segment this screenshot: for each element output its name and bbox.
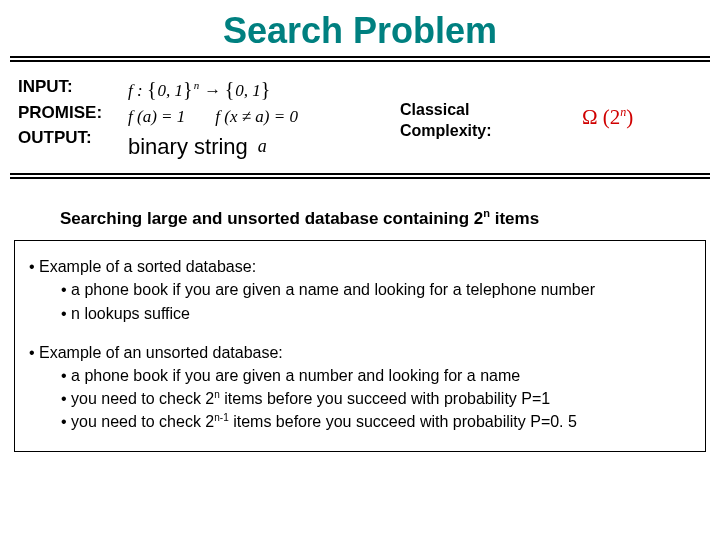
unsorted-section: • Example of an unsorted database: • a p… — [25, 341, 695, 434]
examples-box: • Example of a sorted database: • a phon… — [14, 240, 706, 452]
sorted-bullet-1: • a phone book if you are given a name a… — [61, 278, 695, 301]
promise-formula-1: f (a) = 1 — [128, 104, 185, 130]
unsorted-bullet-1: • a phone book if you are given a number… — [61, 364, 695, 387]
unsorted-bullet-2: • you need to check 2n items before you … — [61, 387, 695, 410]
promise-formula-2: f (x ≠ a) = 0 — [215, 104, 298, 130]
subtitle: Searching large and unsorted database co… — [60, 207, 720, 229]
slide-title: Search Problem — [0, 0, 720, 54]
sorted-bullet-2: • n lookups suffice — [61, 302, 695, 325]
sorted-section: • Example of a sorted database: • a phon… — [25, 255, 695, 325]
input-formula: f : {0, 1}n → {0, 1} — [128, 74, 271, 104]
promise-label: PROMISE: — [18, 100, 118, 126]
classical-complexity-label: Classical Complexity: — [400, 100, 492, 142]
unsorted-lead: • Example of an unsorted database: — [29, 341, 695, 364]
title-rule — [0, 56, 720, 62]
unsorted-bullet-3: • you need to check 2n-1 items before yo… — [61, 410, 695, 433]
input-label: INPUT: — [18, 74, 118, 100]
output-variable: a — [258, 133, 267, 160]
sorted-lead: • Example of a sorted database: — [29, 255, 695, 278]
output-label: OUTPUT: — [18, 125, 118, 151]
output-text: binary string — [128, 130, 248, 163]
definition-formulas: f : {0, 1}n → {0, 1} f (a) = 1 f (x ≠ a)… — [128, 74, 298, 163]
classical-complexity-value: Ω (2n) — [582, 105, 633, 130]
mid-rule — [0, 173, 720, 179]
definition-labels: INPUT: PROMISE: OUTPUT: — [18, 74, 118, 151]
